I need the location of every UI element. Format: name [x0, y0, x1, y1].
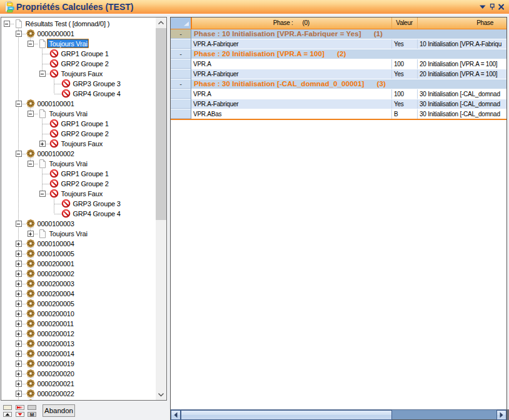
svg-text:Toujours Faux: Toujours Faux [61, 140, 103, 148]
svg-text:0000200012: 0000200012 [38, 330, 74, 338]
svg-text:0000200021: 0000200021 [38, 380, 74, 388]
svg-text:GRP1 Groupe 1: GRP1 Groupe 1 [61, 170, 109, 178]
svg-text:Toujours Faux: Toujours Faux [61, 190, 103, 198]
svg-text:GRP2 Groupe 2: GRP2 Groupe 2 [61, 180, 109, 188]
svg-text:GRP4 Groupe 4: GRP4 Groupe 4 [73, 90, 121, 98]
svg-text:Toujours Vrai: Toujours Vrai [49, 230, 88, 238]
svg-text:GRP1 Groupe 1: GRP1 Groupe 1 [61, 120, 109, 128]
svg-text:Toujours Faux: Toujours Faux [61, 70, 103, 78]
svg-text:0000200019: 0000200019 [38, 360, 74, 368]
svg-text:GRP2 Groupe 2: GRP2 Groupe 2 [61, 130, 109, 138]
svg-text:0000200001: 0000200001 [38, 260, 74, 268]
svg-text:0000200004: 0000200004 [38, 290, 74, 298]
svg-text:GRP4 Groupe 4: GRP4 Groupe 4 [73, 210, 121, 218]
svg-text:0000100001: 0000100001 [38, 100, 74, 108]
svg-text:0000000001: 0000000001 [38, 30, 74, 38]
svg-text:GRP3 Groupe 3: GRP3 Groupe 3 [73, 80, 121, 88]
svg-text:0000200022: 0000200022 [38, 390, 74, 398]
svg-text:0000200014: 0000200014 [38, 350, 74, 358]
svg-text:0000200003: 0000200003 [38, 280, 74, 288]
svg-text:0000100002: 0000100002 [38, 150, 74, 158]
svg-text:0000200013: 0000200013 [38, 340, 74, 348]
svg-text:Résultats Test ( [domnad/0] ): Résultats Test ( [domnad/0] ) [26, 20, 110, 28]
svg-text:0000200010: 0000200010 [38, 310, 74, 318]
svg-text:GRP3 Groupe 3: GRP3 Groupe 3 [73, 200, 121, 208]
svg-text:0000200005: 0000200005 [38, 300, 74, 308]
svg-text:GRP2 Groupe 2: GRP2 Groupe 2 [61, 60, 109, 68]
svg-text:0000200002: 0000200002 [38, 270, 74, 278]
svg-text:Toujours Vrai: Toujours Vrai [49, 110, 88, 118]
svg-text:0000200020: 0000200020 [38, 370, 74, 378]
svg-text:Toujours Vrai: Toujours Vrai [49, 40, 88, 48]
svg-text:0000100005: 0000100005 [38, 250, 74, 258]
svg-text:0000200011: 0000200011 [38, 320, 74, 328]
svg-text:0000100004: 0000100004 [38, 240, 74, 248]
svg-text:Toujours Vrai: Toujours Vrai [49, 160, 88, 168]
svg-text:GRP1 Groupe 1: GRP1 Groupe 1 [61, 50, 109, 58]
svg-text:0000100003: 0000100003 [38, 220, 74, 228]
